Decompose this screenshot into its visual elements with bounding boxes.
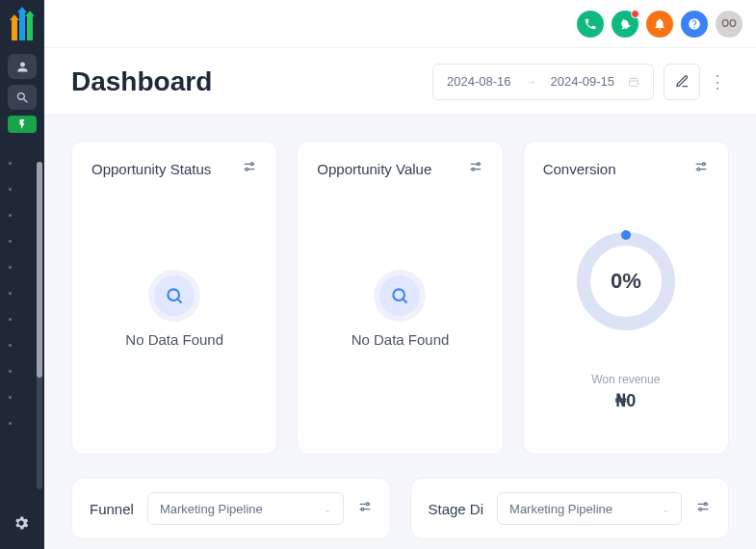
edit-button[interactable] xyxy=(664,64,700,100)
card-title: Conversion xyxy=(543,161,616,177)
search-circle-icon xyxy=(379,275,420,316)
stage-select-value: Marketing Pipeline xyxy=(509,502,613,516)
svg-point-4 xyxy=(477,163,480,166)
nav-flash[interactable] xyxy=(8,116,37,133)
arrow-right-icon: → xyxy=(525,74,537,89)
svg-point-6 xyxy=(394,289,405,301)
stage-label: Stage Di xyxy=(429,501,484,517)
no-data-text: No Data Found xyxy=(352,331,450,348)
sidebar xyxy=(0,0,44,549)
nav-search[interactable] xyxy=(8,85,37,110)
help-icon[interactable] xyxy=(681,11,708,38)
funnel-select[interactable]: Marketing Pipeline ⌄ xyxy=(147,492,344,525)
no-data-state: No Data Found xyxy=(91,186,257,436)
bell-icon[interactable] xyxy=(646,11,673,38)
search-circle-icon xyxy=(154,275,195,316)
calendar-icon xyxy=(628,76,639,88)
date-range-picker[interactable]: 2024-08-16 → 2024-09-15 xyxy=(432,64,654,100)
svg-point-3 xyxy=(168,289,179,301)
sliders-icon[interactable] xyxy=(357,499,373,518)
page-header: Dashboard 2024-08-16 → 2024-09-15 ⋮ xyxy=(44,48,756,116)
no-data-text: No Data Found xyxy=(125,331,223,348)
won-revenue-label: Won revenue xyxy=(591,373,660,386)
card-title: Opportunity Value xyxy=(317,161,431,177)
funnel-select-value: Marketing Pipeline xyxy=(160,502,263,516)
won-revenue-value: ₦0 xyxy=(615,390,636,411)
svg-point-1 xyxy=(251,163,254,166)
sliders-icon[interactable] xyxy=(693,159,709,178)
opportunity-status-card: Opportunity Status No Data Found xyxy=(71,141,277,455)
sidebar-nav-dots xyxy=(6,162,13,491)
main-area: OO Dashboard 2024-08-16 → 2024-09-15 ⋮ O… xyxy=(44,0,756,549)
funnel-card: Funnel Marketing Pipeline ⌄ xyxy=(71,478,391,539)
card-title: Opportunity Status xyxy=(91,161,211,177)
page-title: Dashboard xyxy=(71,66,432,97)
app-logo xyxy=(8,6,37,40)
stage-card: Stage Di Marketing Pipeline ⌄ xyxy=(410,478,730,539)
settings-icon[interactable] xyxy=(13,514,30,536)
megaphone-icon[interactable] xyxy=(612,11,639,38)
sliders-icon[interactable] xyxy=(468,159,483,178)
topbar: OO xyxy=(44,0,756,48)
avatar[interactable]: OO xyxy=(716,11,743,38)
svg-point-12 xyxy=(704,503,707,506)
opportunity-value-card: Opportunity Value No Data Found xyxy=(297,141,503,455)
conversion-card: Conversion 0% Won revenue ₦0 xyxy=(523,141,729,455)
svg-point-2 xyxy=(246,168,248,170)
conversion-percent: 0% xyxy=(573,228,679,334)
svg-point-5 xyxy=(472,168,475,170)
sliders-icon[interactable] xyxy=(242,159,257,178)
chevron-down-icon: ⌄ xyxy=(662,504,669,514)
avatar-initials: OO xyxy=(721,18,737,29)
more-menu-button[interactable]: ⋮ xyxy=(706,64,729,100)
phone-icon[interactable] xyxy=(577,11,604,38)
sidebar-scroll-thumb[interactable] xyxy=(37,162,42,378)
svg-point-8 xyxy=(697,168,700,170)
svg-rect-0 xyxy=(630,78,639,86)
chevron-down-icon: ⌄ xyxy=(324,504,331,514)
date-from: 2024-08-16 xyxy=(447,74,511,89)
stage-select[interactable]: Marketing Pipeline ⌄ xyxy=(497,492,682,525)
notification-dot xyxy=(631,10,639,18)
nav-contacts[interactable] xyxy=(8,54,37,79)
content-area: Opportunity Status No Data Found Opportu… xyxy=(44,116,756,549)
svg-point-13 xyxy=(699,508,702,510)
sliders-icon[interactable] xyxy=(695,499,711,518)
date-to: 2024-09-15 xyxy=(551,74,615,89)
conversion-donut: 0% xyxy=(573,228,679,334)
conversion-body: 0% Won revenue ₦0 xyxy=(543,186,709,436)
svg-point-10 xyxy=(366,503,369,506)
funnel-label: Funnel xyxy=(90,501,134,517)
svg-point-11 xyxy=(361,508,364,510)
no-data-state: No Data Found xyxy=(317,186,482,436)
svg-point-7 xyxy=(702,163,705,166)
